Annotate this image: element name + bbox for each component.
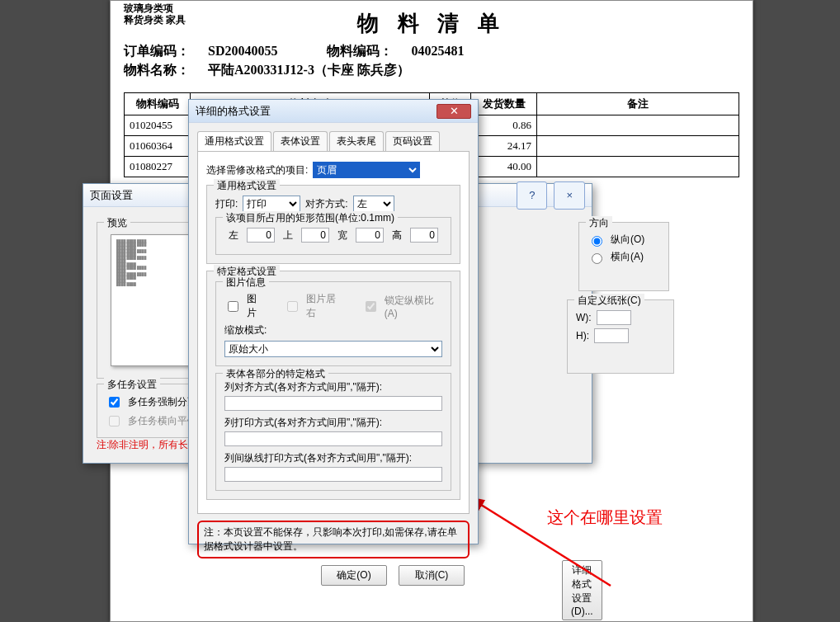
chk-tile: [109, 416, 120, 426]
tab-general[interactable]: 通用格式设置: [197, 131, 271, 151]
align-select[interactable]: 左: [353, 196, 394, 212]
direction-group: 方向 纵向(O) 横向(A): [578, 222, 669, 291]
radio-portrait[interactable]: [592, 236, 602, 247]
paper-h-input[interactable]: [594, 328, 629, 343]
doc-meta-row2: 物料名称： 平陆A200331J12-3（卡座 陈兵彦）: [124, 62, 739, 79]
chk-force-label: 多任务强制分页: [128, 395, 197, 409]
cancel-button[interactable]: 取消(C): [399, 565, 465, 586]
paper-w-label: W):: [576, 312, 592, 323]
footnote: 注:除非注明，所有长度: [97, 438, 198, 452]
zoom-select[interactable]: 原始大小: [224, 341, 442, 357]
cell-code: 01020455: [125, 115, 191, 136]
chk-pic-right-label: 图片居右: [306, 292, 342, 320]
rect-label: 该项目所占用的矩形范围(单位:0.1mm): [223, 211, 398, 225]
chk-tile-label: 多任务横向平铺: [128, 414, 197, 428]
cell-remark: [537, 157, 739, 177]
multitask-title: 多任务设置: [104, 378, 160, 392]
align-label: 对齐方式:: [305, 197, 347, 211]
detail-title: 详细的格式设置: [196, 100, 271, 123]
col-line-label: 列间纵线打印方式(各对齐方式间用","隔开):: [224, 451, 442, 465]
help-button[interactable]: ?: [517, 181, 547, 210]
paper-w-input[interactable]: [597, 310, 631, 325]
col-line-input[interactable]: [224, 467, 442, 482]
rect-top-label: 上: [283, 229, 293, 243]
chk-pic-right: [287, 301, 298, 312]
rect-w-label: 宽: [337, 229, 347, 243]
radio-portrait-label: 纵向(O): [611, 233, 644, 247]
mat-label: 物料编码：: [327, 44, 393, 58]
table-parts-group: 表体各部分的特定格式 列对齐方式(各对齐方式间用","隔开): 列打印方式(各对…: [215, 373, 451, 491]
tab-pagenum[interactable]: 页码设置: [385, 131, 440, 151]
cell-code: 01060364: [125, 136, 191, 157]
rect-h-label: 高: [392, 229, 402, 243]
tab-body-panel: 选择需修改格式的项目: 页眉 通用格式设置 打印: 打印 对齐方式: 左 该项目…: [197, 152, 470, 514]
cell-qty: 24.17: [471, 136, 537, 157]
chk-lock-ratio-label: 锁定纵横比(A): [385, 294, 442, 319]
general-format-title: 通用格式设置: [214, 179, 280, 193]
ok-button[interactable]: 确定(O): [321, 565, 387, 586]
chk-pic[interactable]: [228, 301, 238, 312]
detail-dialog-buttons: 确定(O) 取消(C): [189, 565, 465, 586]
warning-note: 注：本页设置不能保存，只影响本次打印,如需保存,请在单据格式设计器中设置。: [197, 521, 470, 558]
col-align-input[interactable]: [224, 396, 442, 411]
preview-thumb: ████ ████ ████████ ████ ████████ ███████…: [111, 234, 190, 366]
direction-title: 方向: [586, 216, 612, 230]
detail-tabs: 通用格式设置 表体设置 表头表尾 页码设置: [197, 131, 470, 152]
doc-meta-row1: 订单编码： SD20040055 物料编码： 04025481: [124, 43, 739, 60]
chk-lock-ratio: [366, 301, 376, 312]
th-remark: 备注: [537, 93, 739, 115]
item-select[interactable]: 页眉: [313, 162, 420, 178]
chk-force-page[interactable]: [109, 397, 120, 408]
order-label: 订单编码：: [124, 44, 190, 58]
th-qty: 发货数量: [471, 93, 537, 115]
cell-remark: [537, 115, 739, 136]
name-value: 平陆A200331J12-3（卡座 陈兵彦）: [208, 63, 410, 77]
pagesetup-title: 页面设置: [90, 184, 133, 207]
preview-title: 预览: [104, 216, 130, 230]
paper-h-label: H):: [576, 330, 589, 342]
name-label: 物料名称：: [124, 63, 190, 77]
pic-info-title: 图片信息: [223, 276, 269, 290]
cell-remark: [537, 136, 739, 157]
col-align-label: 列对齐方式(各对齐方式间用","隔开):: [224, 380, 442, 394]
cell-code: 01080227: [125, 157, 191, 177]
mat-value: 04025481: [411, 44, 464, 58]
detail-titlebar[interactable]: 详细的格式设置 ✕: [189, 100, 478, 123]
close-icon[interactable]: ✕: [437, 104, 471, 119]
doc-header: 玻璃身类项 释货身类 家具 物 料 清 单 订单编码： SD20040055 物…: [111, 1, 753, 86]
page-title: 物 料 清 单: [124, 9, 739, 38]
custom-paper-title: 自定义纸张(C): [574, 294, 644, 308]
radio-landscape[interactable]: [592, 253, 602, 264]
cell-qty: 40.00: [471, 157, 537, 177]
item-label: 选择需修改格式的项目:: [206, 163, 308, 177]
tab-body[interactable]: 表体设置: [273, 131, 328, 151]
pagesetup-side-buttons: 详细格式设置(D)... 打印机(P)...: [562, 560, 602, 622]
detail-format-button[interactable]: 详细格式设置(D)...: [562, 560, 602, 620]
rect-top-input[interactable]: [301, 228, 329, 243]
rect-h-input[interactable]: [410, 228, 438, 243]
cell-qty: 0.86: [471, 115, 537, 136]
rect-left-input[interactable]: [247, 228, 275, 243]
pic-info-group: 图片信息 图片 图片居右 锁定纵横比(A) 缩放模式: 原始大小: [215, 281, 451, 366]
rect-left-label: 左: [229, 229, 238, 243]
chk-pic-label: 图片: [247, 292, 265, 320]
print-label: 打印:: [215, 197, 238, 211]
zoom-label: 缩放模式:: [224, 323, 267, 337]
close-button[interactable]: ×: [554, 181, 585, 210]
col-print-input[interactable]: [224, 431, 442, 446]
order-value: SD20040055: [208, 44, 277, 58]
print-select[interactable]: 打印: [243, 196, 300, 212]
table-parts-title: 表体各部分的特定格式: [223, 367, 328, 381]
detail-format-dialog: 详细的格式设置 ✕ 通用格式设置 表体设置 表头表尾 页码设置 选择需修改格式的…: [188, 99, 479, 544]
rect-group: 该项目所占用的矩形范围(单位:0.1mm) 左 上 宽 高: [215, 217, 451, 255]
tab-headfoot[interactable]: 表头表尾: [329, 131, 384, 151]
rect-w-input[interactable]: [356, 228, 384, 243]
custom-paper-group: 自定义纸张(C) W): H):: [567, 299, 674, 374]
col-print-label: 列打印方式(各对齐方式间用","隔开):: [224, 416, 442, 430]
radio-landscape-label: 横向(A): [611, 250, 644, 264]
specific-format-group: 特定格式设置 图片信息 图片 图片居右 锁定纵横比(A) 缩放模式: 原始大小 …: [206, 271, 460, 500]
general-format-group: 通用格式设置 打印: 打印 对齐方式: 左 该项目所占用的矩形范围(单位:0.1…: [206, 185, 460, 264]
th-code: 物料编码: [125, 93, 191, 115]
annotation-text: 这个在哪里设置: [547, 507, 663, 529]
